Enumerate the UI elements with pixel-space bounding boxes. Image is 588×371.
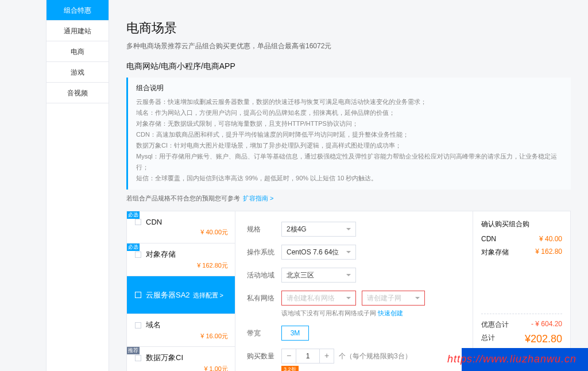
vpc-hint-text: 该地域下没有可用私有网络或子网 (281, 310, 376, 316)
product-card-ci[interactable]: 推荐 数据万象CI ¥ 1.00元 (126, 347, 235, 371)
order-summary: 确认购买组合购 CDN¥ 40.00 对象存储¥ 162.80 优惠合计- ¥ … (473, 211, 571, 371)
plus-button[interactable]: + (319, 349, 334, 364)
checkbox-icon[interactable] (135, 355, 141, 361)
summary-item-name: CDN (481, 235, 496, 243)
subnet-select[interactable]: 请创建子网 (362, 291, 425, 306)
summary-item-price: ¥ 40.00 (539, 235, 562, 243)
description-title: 组合说明 (136, 83, 563, 93)
checkbox-icon[interactable] (135, 252, 141, 258)
checkbox-icon[interactable] (135, 322, 141, 329)
vpc-placeholder: 请创建私有网络 (287, 293, 335, 303)
quantity-value[interactable]: 1 (296, 349, 319, 364)
subnet-placeholder: 请创建子网 (367, 293, 401, 303)
product-card-cos[interactable]: 必选 对象存储 ¥ 162.80元 (126, 244, 235, 276)
divider (481, 314, 562, 314)
quantity-label: 购买数量 (247, 351, 281, 361)
checkbox-icon[interactable] (135, 219, 141, 225)
product-price: ¥ 40.00元 (135, 228, 228, 237)
desc-line: 域名：作为网站入口，方便用户访问，提高公司的品牌知名度，招徕离机，延伸品牌的价值… (136, 107, 563, 118)
desc-line: 对象存储：无数据级式限制，可容纳海量数据，且支持HTTP/HTTPS协议访问； (136, 118, 563, 129)
product-list: 必选 CDN ¥ 40.00元 必选 对象存储 ¥ 162.80元 云服务器SA… (126, 211, 235, 371)
product-tag-required: 必选 (127, 211, 140, 219)
checkbox-icon[interactable] (135, 292, 141, 298)
page-title: 电商场景 (126, 20, 571, 37)
discount-badge: 3.2折 (281, 366, 299, 371)
sidenav-item-general[interactable]: 通用建站 (47, 21, 109, 41)
os-label: 操作系统 (247, 248, 281, 257)
vpc-label: 私有网络 (247, 293, 281, 303)
product-tag-recommend: 推荐 (127, 347, 140, 354)
vpc-select[interactable]: 请创建私有网络 (281, 291, 356, 306)
expand-guide-link[interactable]: 扩容指南 > (243, 195, 273, 202)
product-card-domain[interactable]: 域名 ¥ 16.00元 (126, 314, 235, 347)
bandwidth-label: 带宽 (247, 329, 281, 338)
vpc-hint: 该地域下没有可用私有网络或子网 快速创建 (281, 309, 461, 318)
main-content: 电商场景 多种电商场景推荐云产品组合购买更优惠，单品组合最高省16072元 电商… (109, 0, 588, 371)
bandwidth-value[interactable]: 3M (281, 326, 309, 341)
product-name: 对象存储 (146, 249, 228, 260)
spec-select[interactable]: 2核4G (281, 222, 356, 237)
chevron-down-icon (346, 251, 351, 256)
product-name: 数据万象CI (146, 353, 228, 363)
quantity-stepper: − 1 + 个（每个规格限购3台） (281, 349, 412, 364)
quantity-suffix: 个（每个规格限购3台） (339, 351, 412, 361)
product-panel: 必选 CDN ¥ 40.00元 必选 对象存储 ¥ 162.80元 云服务器SA… (126, 211, 571, 371)
product-tag-required: 必选 (127, 244, 140, 251)
desc-line: Mysql：用于存储用户账号、账户、商品、订单等基础信息，通过极强稳定性及弹性扩… (136, 151, 563, 173)
summary-item-name: 对象存储 (481, 248, 509, 257)
side-nav: 组合特惠 通用建站 电商 游戏 音视频 (46, 0, 109, 371)
product-name: CDN (146, 218, 228, 226)
product-card-cvm[interactable]: 云服务器SA2 选择配置 > (126, 276, 235, 314)
region-label: 活动地域 (247, 270, 281, 280)
desc-line: 数据万象CI：针对电商大图片处理场景，增加了异步处理队列逻辑，提高样式图处理的成… (136, 140, 563, 151)
total-value: ¥202.80 (525, 333, 562, 345)
config-form: 规格 2核4G 操作系统 CentOS 7.6 64位 活动地域 北京三区 私有… (235, 211, 473, 371)
total-label: 总计 (481, 333, 495, 345)
chevron-down-icon (346, 297, 351, 302)
desc-line: 短信：全球覆盖，国内短信到达率高达 99%，超低延时，90% 以上短信 10 秒… (136, 173, 563, 184)
minus-button[interactable]: − (281, 349, 296, 364)
chevron-down-icon (346, 228, 351, 233)
chevron-down-icon (415, 297, 420, 302)
chevron-down-icon (346, 274, 351, 279)
tip-label: 若组合产品规格不符合您的预期您可参考 (126, 195, 240, 202)
sidenav-item-game[interactable]: 游戏 (47, 62, 109, 83)
section-heading: 电商网站/电商小程序/电商APP (126, 61, 571, 72)
sidenav-item-media[interactable]: 音视频 (47, 83, 109, 103)
summary-title: 确认购买组合购 (481, 219, 562, 229)
region-value: 北京三区 (287, 270, 314, 280)
corner-banner (462, 348, 588, 371)
tip-text: 若组合产品规格不符合您的预期您可参考 扩容指南 > (126, 194, 571, 203)
os-select[interactable]: CentOS 7.6 64位 (281, 245, 356, 260)
discount-value: - ¥ 604.20 (531, 320, 562, 330)
product-price: ¥ 162.80元 (135, 261, 228, 270)
sidenav-item-combo[interactable]: 组合特惠 (47, 0, 109, 21)
sidenav-item-ecommerce[interactable]: 电商 (47, 41, 109, 62)
product-price: ¥ 1.00元 (135, 365, 228, 371)
product-price: ¥ 16.00元 (135, 332, 228, 341)
region-select[interactable]: 北京三区 (281, 268, 356, 283)
desc-line: 云服务器：快速增加或删减云服务器数量，数据的快速迁移与恢复可满足电商活动快速变化… (136, 96, 563, 107)
spec-value: 2核4G (287, 225, 307, 234)
summary-item-price: ¥ 162.80 (535, 248, 562, 257)
page-subtitle: 多种电商场景推荐云产品组合购买更优惠，单品组合最高省16072元 (126, 41, 571, 51)
select-config-label: 选择配置 > (193, 291, 223, 299)
product-name: 域名 (146, 320, 228, 330)
discount-label: 优惠合计 (481, 320, 509, 330)
desc-line: CDN：高速加载商品图和样式，提升平均传输速度的同时降低平均访问时延，提升整体业… (136, 129, 563, 140)
product-card-cdn[interactable]: 必选 CDN ¥ 40.00元 (126, 211, 235, 244)
description-box: 组合说明 云服务器：快速增加或删减云服务器数量，数据的快速迁移与恢复可满足电商活… (126, 78, 571, 190)
spec-label: 规格 (247, 225, 281, 234)
quick-create-link[interactable]: 快速创建 (378, 310, 403, 316)
os-value: CentOS 7.6 64位 (287, 248, 339, 257)
